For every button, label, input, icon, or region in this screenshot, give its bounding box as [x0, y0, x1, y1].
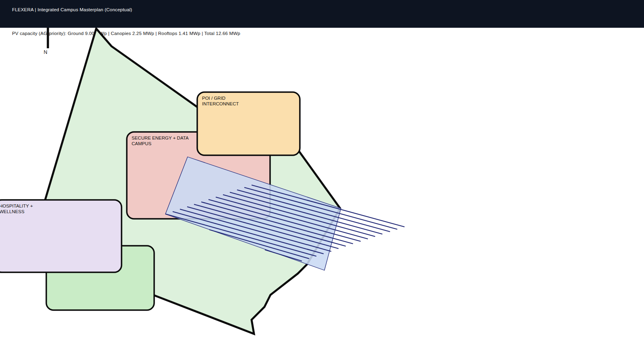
app-header: FLEXERA | Integrated Campus Masterplan (… [0, 0, 644, 28]
north-arrow-label: N [43, 49, 47, 55]
site-plan-drawing: SECURE ENERGY + DATACAMPUSPOI / GRIDINTE… [0, 0, 644, 362]
app-title: FLEXERA | Integrated Campus Masterplan (… [0, 0, 644, 12]
masterplan-canvas: PV capacity (AG-priority): Ground 9.00 M… [0, 0, 644, 362]
